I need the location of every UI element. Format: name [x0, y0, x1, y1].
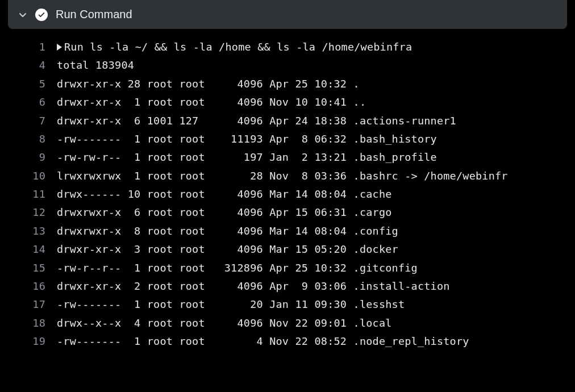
listing-row: 7drwxr-xr-x 6 1001 127 4096 Apr 24 18:38…	[0, 112, 575, 130]
command-text: Run ls -la ~/ && ls -la /home && ls -la …	[57, 38, 412, 56]
step-title: Run Command	[56, 8, 132, 21]
listing-text: -rw------- 1 root root 4 Nov 22 08:52 .n…	[57, 332, 469, 351]
line-number: 8	[0, 130, 57, 148]
listing-row: 5drwxr-xr-x 28 root root 4096 Apr 25 10:…	[0, 75, 575, 93]
listing-text: drwxr-xr-x 28 root root 4096 Apr 25 10:3…	[57, 75, 360, 93]
line-number: 17	[0, 295, 57, 314]
listing-row: 19-rw------- 1 root root 4 Nov 22 08:52 …	[0, 332, 575, 351]
listing-text: -rw-rw-r-- 1 root root 197 Jan 2 13:21 .…	[57, 148, 437, 166]
line-number: 10	[0, 167, 57, 185]
listing-row: 6drwxr-xr-x 1 root root 4096 Nov 10 10:4…	[0, 93, 575, 111]
listing-text: drwxr-xr-x 6 1001 127 4096 Apr 24 18:38 …	[57, 112, 456, 130]
total-text: total 183904	[57, 56, 134, 74]
listing-row: 11drwx------ 10 root root 4096 Mar 14 08…	[0, 185, 575, 203]
listing-row: 8-rw------- 1 root root 11193 Apr 8 06:3…	[0, 130, 575, 148]
listing-row: 9-rw-rw-r-- 1 root root 197 Jan 2 13:21 …	[0, 148, 575, 166]
line-number: 18	[0, 314, 57, 332]
triangle-right-icon	[57, 44, 62, 51]
line-number: 7	[0, 112, 57, 130]
log-header[interactable]: Run Command	[8, 0, 567, 29]
line-number: 5	[0, 75, 57, 93]
command-line: 1 Run ls -la ~/ && ls -la /home && ls -l…	[0, 38, 575, 56]
listing-row: 17-rw------- 1 root root 20 Jan 11 09:30…	[0, 295, 575, 314]
line-number: 1	[0, 38, 57, 56]
line-number: 12	[0, 203, 57, 222]
listing-text: drwxr-xr-x 2 root root 4096 Apr 9 03:06 …	[57, 277, 450, 295]
listing-row: 12drwxrwxr-x 6 root root 4096 Apr 15 06:…	[0, 203, 575, 222]
listing-text: drwxrwxr-x 8 root root 4096 Mar 14 08:04…	[57, 222, 398, 240]
line-number: 13	[0, 222, 57, 240]
line-number: 4	[0, 56, 57, 74]
listing-row: 15-rw-r--r-- 1 root root 312896 Apr 25 1…	[0, 259, 575, 277]
listing-text: -rw------- 1 root root 11193 Apr 8 06:32…	[57, 130, 437, 148]
listing-text: drwxrwxr-x 6 root root 4096 Apr 15 06:31…	[57, 203, 392, 222]
listing-text: lrwxrwxrwx 1 root root 28 Nov 8 03:36 .b…	[57, 167, 508, 185]
line-number: 19	[0, 332, 57, 351]
listing-row: 14drwxr-xr-x 3 root root 4096 Mar 15 05:…	[0, 240, 575, 258]
line-number: 9	[0, 148, 57, 166]
terminal-output: 1 Run ls -la ~/ && ls -la /home && ls -l…	[0, 35, 575, 351]
listing-text: -rw------- 1 root root 20 Jan 11 09:30 .…	[57, 295, 405, 314]
total-line: 4 total 183904	[0, 56, 575, 74]
line-number: 16	[0, 277, 57, 295]
listing-row: 13drwxrwxr-x 8 root root 4096 Mar 14 08:…	[0, 222, 575, 240]
status-success-icon	[35, 9, 48, 21]
listing-row: 10lrwxrwxrwx 1 root root 28 Nov 8 03:36 …	[0, 167, 575, 185]
line-number: 11	[0, 185, 57, 203]
line-number: 15	[0, 259, 57, 277]
listing-text: -rw-r--r-- 1 root root 312896 Apr 25 10:…	[57, 259, 418, 277]
listing-row: 16drwxr-xr-x 2 root root 4096 Apr 9 03:0…	[0, 277, 575, 295]
line-number: 6	[0, 93, 57, 111]
listing-row: 18drwx--x--x 4 root root 4096 Nov 22 09:…	[0, 314, 575, 332]
line-number: 14	[0, 240, 57, 258]
listing-text: drwxr-xr-x 1 root root 4096 Nov 10 10:41…	[57, 93, 366, 111]
chevron-down-icon[interactable]	[18, 10, 27, 19]
listing-text: drwxr-xr-x 3 root root 4096 Mar 15 05:20…	[57, 240, 398, 258]
listing-text: drwx------ 10 root root 4096 Mar 14 08:0…	[57, 185, 392, 203]
listing-text: drwx--x--x 4 root root 4096 Nov 22 09:01…	[57, 314, 392, 332]
